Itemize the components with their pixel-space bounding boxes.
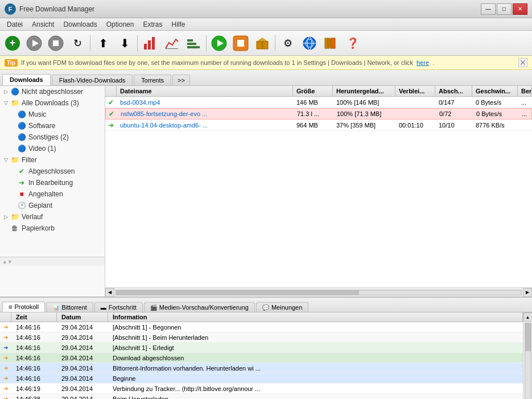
sidebar-resize-handle[interactable]: ▲▼: [0, 257, 105, 266]
fortschritt-icon: ▬: [101, 305, 106, 311]
play2-button[interactable]: [209, 33, 229, 54]
package-button[interactable]: [252, 33, 273, 54]
sidebar-item-video[interactable]: 🔵 Video (1): [0, 143, 105, 154]
bottom-tab-meinungen[interactable]: 💬 Meinungen: [256, 302, 308, 312]
bottom-tab-protokoll[interactable]: ≡ Protokoll: [2, 302, 45, 312]
sidebar-item-in-bearbeitung[interactable]: ➜ In Bearbeitung: [0, 177, 105, 188]
file-row-2-downloaded: 100% [71.3 MB]: [333, 109, 396, 118]
sidebar-item-abgeschlossen[interactable]: ✔ Abgeschlossen: [0, 166, 105, 177]
file-row-3-remaining: 00:01:10: [395, 121, 435, 130]
maximize-button[interactable]: □: [497, 3, 512, 15]
bottom-tab-medien[interactable]: 🎬 Medien-Vorschau/Konvertierung: [144, 302, 255, 312]
minimize-button[interactable]: —: [481, 3, 496, 15]
bottom-tab-fortschritt[interactable]: ▬ Fortschritt: [94, 302, 143, 312]
file-row-3[interactable]: ➜ ubuntu-14.04-desktop-amd6- ... 964 MB …: [105, 120, 532, 131]
add-button[interactable]: +: [2, 33, 23, 54]
sidebar-item-software[interactable]: 🔵 Software: [0, 120, 105, 131]
resume-button[interactable]: [24, 33, 44, 54]
header-filename[interactable]: Dateiname: [117, 86, 293, 96]
file-row-1[interactable]: ✔ bsd-0034.mp4 146 MB 100% [146 MB] 0/14…: [105, 97, 532, 108]
sidebar-item-sonstiges[interactable]: 🔵 Sonstiges (2): [0, 131, 105, 143]
window-title: Free Download Manager: [19, 5, 94, 13]
tab-more[interactable]: >>: [172, 75, 190, 85]
title-bar: F Free Download Manager — □ ✕: [0, 0, 532, 18]
menu-ansicht[interactable]: Ansicht: [27, 19, 59, 30]
log-content-area: Zeit Datum Information ➜ 14:46:16 29.04.…: [0, 312, 532, 399]
log-row-5[interactable]: ➜ 14:46:16 29.04.2014 Bittorrent-Informa…: [0, 363, 523, 373]
stats-button[interactable]: [140, 33, 160, 54]
menu-datei[interactable]: Datei: [2, 19, 27, 30]
svg-rect-11: [187, 43, 196, 45]
log-row-3[interactable]: ➜ 14:46:16 29.04.2014 [Abschnitt 1] - Er…: [0, 343, 523, 353]
books-button[interactable]: [321, 33, 341, 54]
svg-rect-16: [237, 40, 244, 47]
horizontal-scrollbar[interactable]: ◀ ▶: [105, 287, 532, 297]
close-button[interactable]: ✕: [513, 3, 527, 15]
sidebar-item-music[interactable]: 🔵 Music: [0, 109, 105, 120]
file-list: ✔ bsd-0034.mp4 146 MB 100% [146 MB] 0/14…: [105, 97, 532, 287]
sidebar-item-geplant[interactable]: 🕐 Geplant: [0, 200, 105, 211]
menu-downloads[interactable]: Downloads: [59, 19, 101, 30]
tab-downloads[interactable]: Downloads: [2, 74, 51, 85]
log-vertical-scrollbar[interactable]: ▲ ▼: [523, 312, 532, 399]
sidebar-label-software: Software: [28, 122, 55, 130]
log-scroll-thumb[interactable]: [525, 323, 531, 351]
file-row-2-remark: ...: [518, 109, 531, 118]
header-size[interactable]: Größe: [293, 86, 333, 96]
settings-button[interactable]: ⚙: [278, 33, 298, 54]
log-row-6[interactable]: ➜ 14:46:16 29.04.2014 Beginne: [0, 373, 523, 384]
stop-button[interactable]: [46, 33, 66, 54]
file-row-2-name: nsfw085-fortsetzung-der-evo ...: [117, 109, 294, 118]
link-button[interactable]: [299, 33, 320, 54]
log-row-7[interactable]: ➜ 14:46:19 29.04.2014 Verbindung zu Trac…: [0, 384, 523, 394]
header-connections[interactable]: Absch...: [435, 86, 472, 96]
log-row-4[interactable]: ➜ 14:46:16 29.04.2014 Download abgeschlo…: [0, 353, 523, 363]
header-remark[interactable]: Bemerkung: [518, 86, 532, 96]
header-downloaded[interactable]: Heruntergelad...: [333, 86, 395, 96]
log-row-2[interactable]: ➜ 14:46:16 29.04.2014 [Abschnitt 1] - Be…: [0, 332, 523, 343]
refresh-button[interactable]: ↻: [67, 33, 88, 54]
tip-close-button[interactable]: ✕: [518, 58, 527, 67]
expand-icon-software: [9, 122, 16, 129]
scroll-left-arrow[interactable]: ◀: [105, 288, 114, 297]
stop2-button[interactable]: [230, 33, 251, 54]
log-row-5-icon: ➜: [0, 364, 11, 372]
sidebar-item-filter[interactable]: ▽ 📁 Filter: [0, 154, 105, 166]
menu-hilfe[interactable]: Hilfe: [167, 19, 189, 30]
tip-link[interactable]: here: [416, 59, 429, 66]
header-remaining[interactable]: Verblei...: [395, 86, 435, 96]
sidebar-item-papierkorb[interactable]: 🗑 Papierkorb: [0, 223, 105, 234]
bottom-tab-bittorrent[interactable]: 📊 Bittorrent: [46, 302, 93, 312]
scroll-thumb[interactable]: [116, 290, 359, 295]
log-row-1[interactable]: ➜ 14:46:16 29.04.2014 [Abschnitt 1] - Be…: [0, 322, 523, 332]
sidebar-item-angehalten[interactable]: ■ Angehalten: [0, 188, 105, 200]
header-icon-col: [105, 86, 117, 96]
move-up-button[interactable]: ⬆: [93, 33, 113, 54]
scroll-right-arrow[interactable]: ▶: [523, 288, 532, 297]
expand-icon-verlauf: ▷: [2, 213, 9, 220]
tab-flash-video[interactable]: Flash-Video-Downloads: [52, 75, 133, 85]
sidebar-icon-geplant: 🕐: [17, 201, 26, 210]
tab-torrents[interactable]: Torrents: [134, 75, 171, 85]
move-down-button[interactable]: ⬇: [114, 33, 135, 54]
log-scroll-track[interactable]: [525, 323, 531, 399]
menu-optionen[interactable]: Optionen: [102, 19, 139, 30]
file-row-2[interactable]: ✔ nsfw085-fortsetzung-der-evo ... 71.3 l…: [105, 108, 532, 120]
chart-button[interactable]: [162, 33, 182, 54]
speed-button[interactable]: [183, 33, 204, 54]
log-scroll-up[interactable]: ▲: [523, 312, 533, 322]
sidebar-icon-all-downloads: 📁: [10, 98, 19, 108]
header-speed[interactable]: Geschwin...: [472, 86, 518, 96]
sidebar-item-all-downloads[interactable]: ▽ 📁 Alle Downloads (3): [0, 97, 105, 109]
sidebar-icon-software: 🔵: [17, 121, 26, 130]
menu-extras[interactable]: Extras: [138, 19, 167, 30]
help-button[interactable]: ❓: [343, 33, 363, 54]
sidebar-icon-sonstiges: 🔵: [17, 133, 26, 142]
file-row-1-name: bsd-0034.mp4: [117, 98, 293, 107]
sidebar-item-verlauf[interactable]: ▷ 📁 Verlauf: [0, 211, 105, 223]
log-row-8[interactable]: ➜ 14:46:38 29.04.2014 Beim Herunterladen: [0, 394, 523, 399]
scroll-track[interactable]: [116, 290, 522, 295]
sidebar-item-not-finished[interactable]: ▷ 🔵 Nicht abgeschlosser: [0, 86, 105, 97]
log-row-6-date: 29.04.2014: [57, 375, 108, 382]
log-row-3-info: [Abschnitt 1] - Erledigt: [108, 344, 523, 352]
